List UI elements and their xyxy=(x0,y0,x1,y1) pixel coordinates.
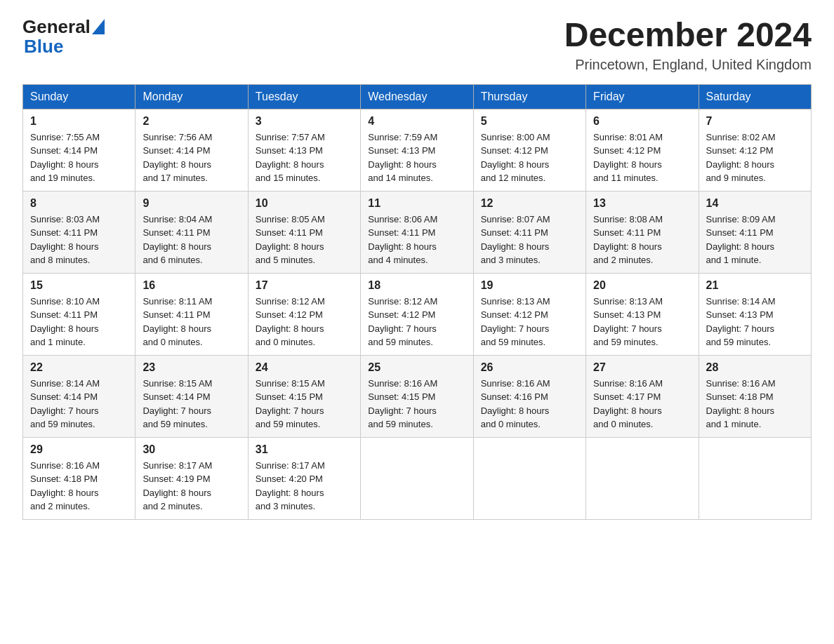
calendar-cell: 28Sunrise: 8:16 AMSunset: 4:18 PMDayligh… xyxy=(699,355,811,437)
day-info: Sunrise: 8:08 AMSunset: 4:11 PMDaylight:… xyxy=(593,213,691,267)
calendar-cell: 19Sunrise: 8:13 AMSunset: 4:12 PMDayligh… xyxy=(473,273,585,355)
day-number: 6 xyxy=(593,115,691,128)
day-info: Sunrise: 8:16 AMSunset: 4:18 PMDaylight:… xyxy=(706,377,804,431)
day-number: 9 xyxy=(143,197,240,210)
day-info: Sunrise: 8:05 AMSunset: 4:11 PMDaylight:… xyxy=(256,213,353,267)
logo-area: General Blue xyxy=(22,17,105,58)
day-info: Sunrise: 8:16 AMSunset: 4:18 PMDaylight:… xyxy=(30,459,128,514)
day-number: 29 xyxy=(30,443,128,456)
day-info: Sunrise: 8:11 AMSunset: 4:11 PMDaylight:… xyxy=(143,295,240,349)
calendar-cell xyxy=(586,437,699,519)
day-info: Sunrise: 8:06 AMSunset: 4:11 PMDaylight:… xyxy=(368,213,465,267)
calendar-cell: 26Sunrise: 8:16 AMSunset: 4:16 PMDayligh… xyxy=(473,355,585,437)
day-number: 25 xyxy=(368,361,465,374)
day-info: Sunrise: 8:01 AMSunset: 4:12 PMDaylight:… xyxy=(593,130,691,185)
day-info: Sunrise: 8:13 AMSunset: 4:13 PMDaylight:… xyxy=(593,295,691,349)
day-info: Sunrise: 8:16 AMSunset: 4:16 PMDaylight:… xyxy=(481,377,578,431)
calendar-week-row: 22Sunrise: 8:14 AMSunset: 4:14 PMDayligh… xyxy=(23,355,812,437)
day-info: Sunrise: 8:14 AMSunset: 4:14 PMDaylight:… xyxy=(30,377,128,431)
day-number: 2 xyxy=(143,115,240,128)
title-area: December 2024 Princetown, England, Unite… xyxy=(564,17,812,73)
calendar-cell: 21Sunrise: 8:14 AMSunset: 4:13 PMDayligh… xyxy=(699,273,811,355)
day-number: 30 xyxy=(143,443,240,456)
day-info: Sunrise: 8:15 AMSunset: 4:14 PMDaylight:… xyxy=(143,377,240,431)
calendar-cell: 8Sunrise: 8:03 AMSunset: 4:11 PMDaylight… xyxy=(23,191,135,273)
day-of-week-header: Tuesday xyxy=(248,84,360,109)
calendar-cell: 5Sunrise: 8:00 AMSunset: 4:12 PMDaylight… xyxy=(473,109,585,191)
calendar-cell: 24Sunrise: 8:15 AMSunset: 4:15 PMDayligh… xyxy=(248,355,360,437)
calendar-cell: 17Sunrise: 8:12 AMSunset: 4:12 PMDayligh… xyxy=(248,273,360,355)
day-info: Sunrise: 8:02 AMSunset: 4:12 PMDaylight:… xyxy=(706,130,804,185)
logo: General Blue xyxy=(22,17,105,58)
calendar-cell: 13Sunrise: 8:08 AMSunset: 4:11 PMDayligh… xyxy=(586,191,699,273)
calendar-week-row: 8Sunrise: 8:03 AMSunset: 4:11 PMDaylight… xyxy=(23,191,812,273)
calendar-cell: 18Sunrise: 8:12 AMSunset: 4:12 PMDayligh… xyxy=(361,273,473,355)
day-number: 16 xyxy=(143,279,240,292)
day-of-week-header: Saturday xyxy=(699,84,811,109)
calendar-cell: 22Sunrise: 8:14 AMSunset: 4:14 PMDayligh… xyxy=(23,355,135,437)
day-number: 20 xyxy=(593,279,691,292)
calendar-cell: 31Sunrise: 8:17 AMSunset: 4:20 PMDayligh… xyxy=(248,437,360,519)
day-of-week-header: Wednesday xyxy=(361,84,473,109)
calendar-cell: 27Sunrise: 8:16 AMSunset: 4:17 PMDayligh… xyxy=(586,355,699,437)
day-number: 28 xyxy=(706,361,804,374)
calendar-cell: 9Sunrise: 8:04 AMSunset: 4:11 PMDaylight… xyxy=(135,191,248,273)
day-number: 1 xyxy=(30,115,128,128)
day-number: 21 xyxy=(706,279,804,292)
day-info: Sunrise: 8:00 AMSunset: 4:12 PMDaylight:… xyxy=(481,130,578,185)
calendar-cell xyxy=(361,437,473,519)
calendar-cell: 10Sunrise: 8:05 AMSunset: 4:11 PMDayligh… xyxy=(248,191,360,273)
calendar-cell: 15Sunrise: 8:10 AMSunset: 4:11 PMDayligh… xyxy=(23,273,135,355)
day-info: Sunrise: 8:12 AMSunset: 4:12 PMDaylight:… xyxy=(256,295,353,349)
day-number: 27 xyxy=(593,361,691,374)
day-info: Sunrise: 8:15 AMSunset: 4:15 PMDaylight:… xyxy=(256,377,353,431)
day-info: Sunrise: 8:17 AMSunset: 4:20 PMDaylight:… xyxy=(256,459,353,514)
day-of-week-header: Thursday xyxy=(473,84,585,109)
day-number: 24 xyxy=(256,361,353,374)
calendar-header-row: SundayMondayTuesdayWednesdayThursdayFrid… xyxy=(23,84,812,109)
calendar-cell: 11Sunrise: 8:06 AMSunset: 4:11 PMDayligh… xyxy=(361,191,473,273)
calendar-cell: 14Sunrise: 8:09 AMSunset: 4:11 PMDayligh… xyxy=(699,191,811,273)
day-number: 11 xyxy=(368,197,465,210)
location-title: Princetown, England, United Kingdom xyxy=(564,57,812,73)
day-info: Sunrise: 8:04 AMSunset: 4:11 PMDaylight:… xyxy=(143,213,240,267)
day-number: 14 xyxy=(706,197,804,210)
calendar-cell: 23Sunrise: 8:15 AMSunset: 4:14 PMDayligh… xyxy=(135,355,248,437)
day-info: Sunrise: 7:59 AMSunset: 4:13 PMDaylight:… xyxy=(368,130,465,185)
day-info: Sunrise: 8:16 AMSunset: 4:17 PMDaylight:… xyxy=(593,377,691,431)
day-number: 12 xyxy=(481,197,578,210)
day-number: 19 xyxy=(481,279,578,292)
calendar-table: SundayMondayTuesdayWednesdayThursdayFrid… xyxy=(22,84,812,520)
calendar-week-row: 29Sunrise: 8:16 AMSunset: 4:18 PMDayligh… xyxy=(23,437,812,519)
day-info: Sunrise: 7:55 AMSunset: 4:14 PMDaylight:… xyxy=(30,130,128,185)
day-number: 17 xyxy=(256,279,353,292)
day-number: 22 xyxy=(30,361,128,374)
calendar-cell: 20Sunrise: 8:13 AMSunset: 4:13 PMDayligh… xyxy=(586,273,699,355)
day-number: 26 xyxy=(481,361,578,374)
day-of-week-header: Friday xyxy=(586,84,699,109)
day-number: 4 xyxy=(368,115,465,128)
day-of-week-header: Monday xyxy=(135,84,248,109)
day-info: Sunrise: 7:56 AMSunset: 4:14 PMDaylight:… xyxy=(143,130,240,185)
logo-blue-label: Blue xyxy=(24,36,63,57)
calendar-cell: 16Sunrise: 8:11 AMSunset: 4:11 PMDayligh… xyxy=(135,273,248,355)
day-number: 5 xyxy=(481,115,578,128)
day-info: Sunrise: 8:09 AMSunset: 4:11 PMDaylight:… xyxy=(706,213,804,267)
day-number: 18 xyxy=(368,279,465,292)
month-title: December 2024 xyxy=(564,17,812,54)
day-number: 13 xyxy=(593,197,691,210)
day-info: Sunrise: 8:03 AMSunset: 4:11 PMDaylight:… xyxy=(30,213,128,267)
calendar-cell: 12Sunrise: 8:07 AMSunset: 4:11 PMDayligh… xyxy=(473,191,585,273)
day-info: Sunrise: 8:10 AMSunset: 4:11 PMDaylight:… xyxy=(30,295,128,349)
day-number: 3 xyxy=(256,115,353,128)
day-number: 10 xyxy=(256,197,353,210)
page-header: General Blue December 2024 Princetown, E… xyxy=(22,17,812,73)
day-info: Sunrise: 8:12 AMSunset: 4:12 PMDaylight:… xyxy=(368,295,465,349)
calendar-cell: 30Sunrise: 8:17 AMSunset: 4:19 PMDayligh… xyxy=(135,437,248,519)
calendar-cell: 25Sunrise: 8:16 AMSunset: 4:15 PMDayligh… xyxy=(361,355,473,437)
day-info: Sunrise: 8:16 AMSunset: 4:15 PMDaylight:… xyxy=(368,377,465,431)
calendar-cell: 2Sunrise: 7:56 AMSunset: 4:14 PMDaylight… xyxy=(135,109,248,191)
day-number: 8 xyxy=(30,197,128,210)
day-number: 31 xyxy=(256,443,353,456)
logo-triangle-icon xyxy=(92,19,105,34)
